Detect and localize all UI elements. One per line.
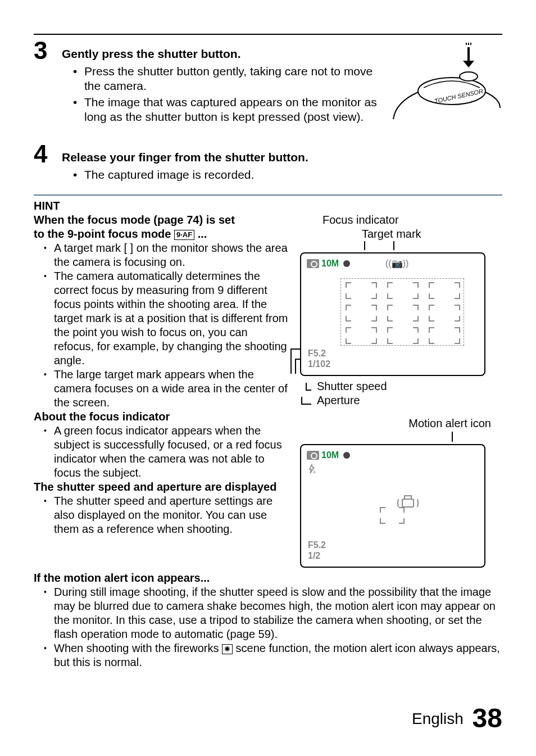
hint-h3: The shutter speed and aperture are displ… [34,480,289,494]
hint-bullet-1: A target mark [ ] on the monitor shows t… [44,241,289,269]
motion-alert-label: Motion alert icon [408,417,491,429]
footer-language: English [412,710,464,727]
page-footer: English 38 [412,703,502,734]
shutter-value-1: 1/102 [308,359,330,369]
step-3-bullet-1: Press the shutter button gently, taking … [73,64,384,94]
flash-auto-icon: A [307,463,317,473]
hint-h4: If the motion alert icon appears... [34,571,502,585]
target-mark-label: Target mark [362,228,421,240]
focus-indicator-dot-icon [343,452,350,459]
hint-bullet-3: The large target mark appears when the c… [44,368,289,410]
step-3-bullet-2: The image that was captured appears on t… [73,95,384,125]
svg-text:A: A [313,470,316,474]
aperture-label: Aperture [317,393,360,408]
hint-bullet-6: During still image shooting, if the shut… [44,585,502,641]
hint-bullet-5: The shutter speed and aperture settings … [44,494,289,536]
hint-h2: About the focus indicator [34,410,289,424]
hint-bullet-2: The camera automatically determines the … [44,269,289,368]
camera-top-illustration: TOUCH SENSOR [390,40,502,133]
single-target-mark [380,507,405,524]
footer-page-number: 38 [473,703,502,733]
fireworks-scene-icon: ✺ [222,644,233,654]
aperture-value-2: F5.2 [308,540,326,550]
monitor-illustration-1: 10M ((📷)) [300,252,485,376]
hint-header: HINT [34,199,502,213]
focus-indicator-dot-icon [343,260,350,267]
monitor-illustration-2: 10M A [300,444,485,568]
hint-h1-line2b: ... [198,228,207,240]
hint-h1-line1: When the focus mode (page 74) is set [34,214,235,226]
nine-af-icon: 9·AF [174,230,194,240]
focus-indicator-label: Focus indicator [322,214,399,226]
step-4-number: 4 [34,142,62,183]
shutter-speed-label: Shutter speed [317,379,387,393]
svg-point-5 [460,72,478,81]
stabilizer-icon: ((📷)) [385,258,408,269]
camera-hud-icon [307,259,319,268]
step-4-bullet-1: The captured image is recorded. [73,168,502,182]
shutter-value-2: 1/2 [308,550,326,561]
svg-rect-7 [402,499,414,507]
step-3-title: Gently press the shutter button. [62,47,384,61]
resolution-badge: 10M [321,258,339,269]
hint-h1-line2a: to the 9-point focus mode [34,228,174,240]
resolution-badge: 10M [321,450,339,461]
hint-bullet-7: When shooting with the fireworks ✺ scene… [44,641,502,669]
step-4-title: Release your finger from the shutter but… [62,151,502,164]
camera-hud-icon [307,451,319,460]
nine-point-grid [340,278,464,346]
hint-bullet-4: A green focus indicator appears when the… [44,424,289,480]
step-3-number: 3 [34,38,62,133]
aperture-value-1: F5.2 [308,348,330,359]
